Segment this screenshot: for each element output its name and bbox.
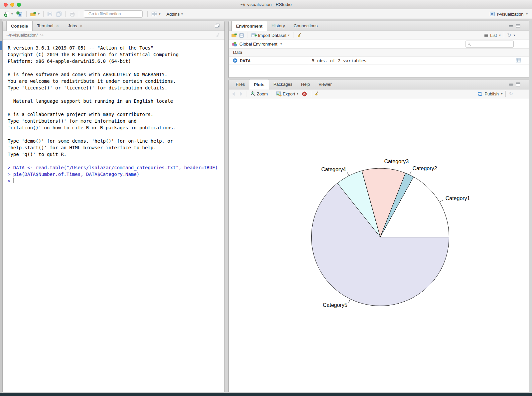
minimize-pane-icon[interactable] [509, 82, 513, 86]
working-dir-label: ~/r-visualization/ [6, 33, 38, 38]
clear-plots-broom-icon[interactable] [314, 91, 320, 96]
publish-label[interactable]: Publish [484, 91, 499, 96]
tab-history[interactable]: History [267, 21, 289, 31]
next-plot-icon[interactable] [238, 92, 243, 96]
zoom-window-button[interactable] [17, 3, 21, 7]
pane-layout-grid-icon [151, 11, 157, 17]
restore-panes-icon[interactable] [214, 23, 220, 28]
toolbar-separator [79, 11, 79, 17]
environment-toolbar: Import Dataset ▾ List ▾ ↻ ▾ [229, 31, 529, 40]
list-view-label[interactable]: List [490, 33, 497, 38]
clear-objects-broom-icon[interactable] [297, 33, 302, 38]
console-line: Type 'contributors()' for more informati… [8, 118, 224, 124]
object-name: DATA [240, 58, 250, 63]
plots-pane: Files Plots Packages Help Viewer Zoom Ex… [228, 79, 529, 392]
pie-label: Category2 [413, 166, 437, 171]
tab-console[interactable]: Console [6, 21, 33, 31]
tab-plots[interactable]: Plots [249, 79, 269, 89]
svg-text:R: R [491, 12, 493, 16]
new-project-button[interactable]: R [15, 11, 24, 18]
print-button[interactable] [68, 11, 76, 17]
console-line: R version 3.6.1 (2019-07-05) -- "Action … [8, 45, 224, 51]
main-toolbar: ▾ R ▾ ▾ Addins ▾ R r-visualization ▾ [0, 9, 532, 19]
view-data-grid-icon[interactable] [516, 58, 521, 63]
tab-terminal-label: Terminal [37, 23, 53, 28]
console-cursor [13, 178, 14, 183]
tab-viewer[interactable]: Viewer [314, 79, 336, 89]
export-image-icon [276, 91, 282, 96]
new-project-icon: R [16, 11, 23, 17]
minimize-pane-icon[interactable] [509, 24, 513, 28]
tab-files[interactable]: Files [231, 79, 249, 89]
desktop-bottom-strip [0, 393, 532, 396]
background-window-sliver [0, 19, 2, 393]
pie-label: Category5 [323, 302, 347, 308]
toolbar-separator [66, 11, 66, 17]
close-tab-icon[interactable]: × [79, 23, 83, 28]
goto-file-search[interactable] [84, 10, 143, 18]
open-file-button[interactable]: ▾ [29, 11, 41, 17]
environment-pane: Environment History Connections Import D… [228, 21, 529, 78]
project-selector[interactable]: R r-visualization ▾ [489, 11, 528, 17]
caret-down-icon: ▾ [280, 43, 282, 46]
tab-packages-label: Packages [273, 82, 292, 87]
pane-layout-button[interactable]: ▾ [150, 11, 162, 17]
close-window-button[interactable] [4, 3, 8, 7]
pie-label-tick [440, 200, 443, 202]
minimize-window-button[interactable] [10, 3, 14, 7]
addins-button[interactable]: Addins ▾ [166, 11, 184, 17]
caret-down-icon: ▾ [38, 13, 40, 16]
environment-search-input[interactable] [472, 42, 512, 47]
save-workspace-icon[interactable] [239, 33, 244, 38]
maximize-pane-icon[interactable] [516, 82, 520, 86]
new-file-button[interactable]: ▾ [3, 11, 14, 18]
caret-down-icon: ▾ [181, 13, 183, 16]
print-icon [69, 12, 75, 17]
environment-search-box[interactable] [466, 41, 514, 48]
pie-label-tick [347, 172, 349, 176]
clear-console-broom-icon[interactable] [215, 33, 221, 38]
expand-object-icon[interactable] [233, 58, 237, 63]
console-output[interactable]: R version 3.6.1 (2019-07-05) -- "Action … [3, 40, 224, 392]
search-icon [467, 42, 471, 46]
toolbar-separator [311, 91, 311, 97]
console-line [8, 65, 224, 71]
titlebar: ~/r-visualization - RStudio [0, 0, 532, 9]
previous-plot-icon[interactable] [231, 92, 236, 96]
import-dataset-button[interactable]: Import Dataset ▾ [250, 32, 291, 39]
save-button[interactable] [46, 11, 54, 17]
refresh-environment-icon[interactable]: ↻ [507, 33, 511, 38]
remove-plot-button[interactable] [301, 91, 308, 97]
goto-file-input[interactable] [88, 12, 142, 16]
tab-jobs[interactable]: Jobs× [64, 21, 87, 31]
save-all-button[interactable] [55, 11, 63, 17]
close-tab-icon[interactable]: × [56, 23, 59, 28]
zoom-plot-button[interactable]: Zoom [249, 90, 269, 97]
save-icon [47, 11, 53, 17]
tab-connections[interactable]: Connections [289, 21, 322, 31]
refresh-plot-icon[interactable]: ↻ [509, 91, 513, 96]
tab-viewer-label: Viewer [319, 82, 332, 87]
remove-plot-icon [302, 91, 307, 96]
goto-directory-icon[interactable]: ↪ [40, 33, 44, 38]
maximize-pane-icon[interactable] [516, 24, 520, 28]
export-plot-button[interactable]: Export ▾ [275, 91, 299, 97]
load-workspace-icon[interactable] [231, 33, 237, 38]
tab-environment[interactable]: Environment [231, 21, 267, 31]
environment-section-label: Data [233, 50, 242, 55]
tab-terminal[interactable]: Terminal× [33, 21, 64, 31]
global-environment-label[interactable]: Global Environment [239, 42, 277, 47]
pie-label-tick [349, 299, 350, 302]
environment-object-row[interactable]: DATA 5 obs. of 2 variables [229, 57, 529, 65]
tab-files-label: Files [236, 82, 245, 87]
pie-label-tick [384, 165, 384, 168]
toolbar-separator [147, 11, 148, 17]
tab-help[interactable]: Help [297, 79, 314, 89]
caret-down-icon: ▾ [501, 92, 503, 95]
console-line: 'help.start()' for an HTML browser inter… [8, 144, 224, 151]
toolbar-separator [504, 32, 504, 38]
tab-connections-label: Connections [294, 23, 318, 28]
toolbar-separator [246, 91, 246, 97]
console-prompt-line[interactable]: > [8, 178, 224, 184]
tab-packages[interactable]: Packages [269, 79, 297, 89]
